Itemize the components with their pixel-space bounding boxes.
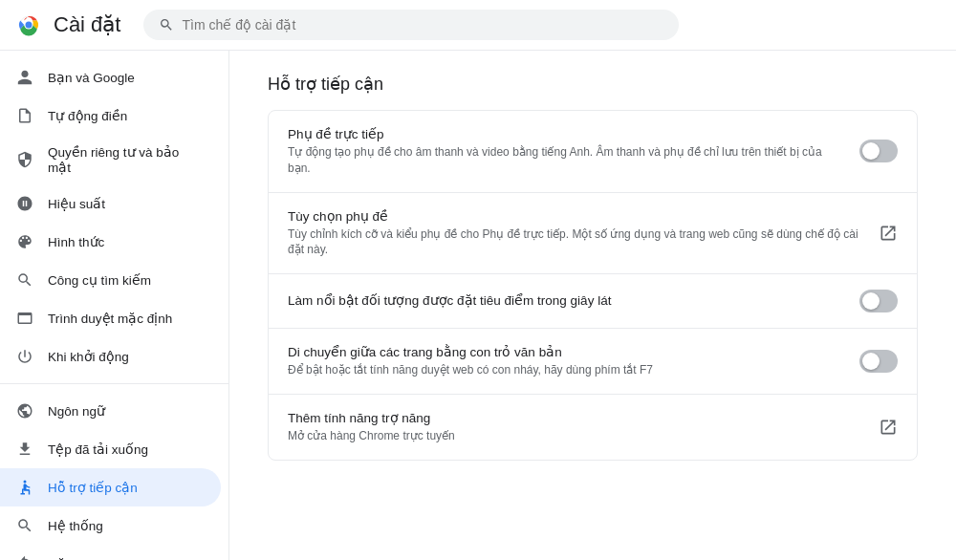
row-desc: Mở cửa hàng Chrome trực tuyến — [288, 428, 863, 444]
sidebar-item-label: Tự động điền — [48, 108, 127, 123]
wrench-icon — [15, 516, 34, 535]
sidebar-item-label: Ngôn ngữ — [48, 403, 105, 419]
settings-row-tuy-chon-phu-de: Tùy chọn phụ đề Tùy chỉnh kích cỡ và kiể… — [269, 193, 917, 275]
sidebar-item-trinh-duyet-mac-dinh[interactable]: Trình duyệt mặc định — [0, 299, 221, 337]
settings-row-di-chuyen: Di chuyển giữa các trang bằng con trỏ vă… — [269, 329, 917, 395]
sidebar-item-cong-cu-tim-kiem[interactable]: Công cụ tìm kiếm — [0, 261, 221, 299]
sidebar-item-label: Trình duyệt mặc định — [48, 311, 172, 326]
download-icon — [15, 440, 34, 459]
row-content: Di chuyển giữa các trang bằng con trỏ vă… — [288, 344, 844, 378]
row-title: Làm nổi bật đối tượng được đặt tiêu điểm… — [288, 292, 844, 308]
row-title: Thêm tính năng trợ năng — [288, 410, 863, 425]
search-input[interactable] — [182, 17, 663, 32]
document-icon — [15, 106, 34, 125]
sidebar-item-label: Hỗ trợ tiếp cận — [48, 480, 138, 495]
sidebar-item-quyen-rieng-tu[interactable]: Quyền riêng tư và bảo mật — [0, 135, 221, 184]
sidebar-item-dat-lai-va-don-dep[interactable]: Đặt lại và dọn dẹp — [0, 545, 221, 560]
external-link-icon[interactable] — [879, 418, 898, 437]
globe-icon — [15, 401, 34, 420]
sidebar-item-label: Quyền riêng tư và bảo mật — [48, 144, 206, 175]
row-desc: Để bật hoặc tắt tính năng duyệt web có c… — [288, 362, 844, 378]
search-icon — [15, 270, 34, 290]
top-bar: Cài đặt — [0, 0, 956, 51]
sidebar-item-tep-da-tai-xuong[interactable]: Tệp đã tải xuống — [0, 430, 221, 468]
page-title: Cài đặt — [54, 12, 120, 37]
sidebar-divider-1 — [0, 383, 228, 384]
row-content: Tùy chọn phụ đề Tùy chỉnh kích cỡ và kiể… — [288, 208, 863, 259]
browser-icon — [15, 309, 34, 328]
row-action — [859, 140, 898, 162]
lam-noi-bat-toggle[interactable] — [859, 290, 898, 312]
row-title: Tùy chọn phụ đề — [288, 208, 863, 224]
di-chuyen-toggle[interactable] — [859, 350, 898, 373]
svg-point-3 — [26, 22, 33, 29]
settings-row-them-tinh-nang: Thêm tính năng trợ năng Mở cửa hàng Chro… — [269, 395, 917, 460]
accessibility-icon — [15, 478, 34, 497]
settings-card: Phụ đề trực tiếp Tự động tạo phụ đề cho … — [268, 110, 918, 461]
sidebar-item-label: Hiệu suất — [48, 196, 105, 211]
external-link-icon[interactable] — [879, 224, 898, 243]
row-content: Làm nổi bật đối tượng được đặt tiêu điểm… — [288, 292, 844, 311]
row-action[interactable] — [879, 418, 898, 437]
row-action — [859, 290, 898, 312]
row-content: Phụ đề trực tiếp Tự động tạo phụ đề cho … — [288, 126, 844, 177]
sidebar-item-ho-tro-tiep-can[interactable]: Hỗ trợ tiếp cận — [0, 468, 221, 506]
speedometer-icon — [15, 194, 34, 213]
sidebar-item-label: Hệ thống — [48, 518, 103, 533]
sidebar-item-ngon-ngu[interactable]: Ngôn ngữ — [0, 392, 221, 430]
sidebar-item-tu-dong-dien[interactable]: Tự động điền — [0, 97, 221, 135]
shield-icon — [15, 150, 34, 169]
row-desc: Tự động tạo phụ đề cho âm thanh và video… — [288, 144, 844, 177]
content-area: Hỗ trợ tiếp cận Phụ đề trực tiếp Tự động… — [229, 51, 956, 560]
phu-de-truc-tiep-toggle[interactable] — [859, 140, 898, 162]
main-layout: Bạn và Google Tự động điền Quyền riêng t… — [0, 51, 956, 560]
row-title: Di chuyển giữa các trang bằng con trỏ vă… — [288, 344, 844, 359]
sidebar-item-hieu-suat[interactable]: Hiệu suất — [0, 184, 221, 223]
person-icon — [15, 68, 34, 87]
row-action[interactable] — [879, 224, 898, 243]
settings-row-phu-de-truc-tiep: Phụ đề trực tiếp Tự động tạo phụ đề cho … — [269, 111, 917, 193]
chrome-logo-icon — [15, 11, 42, 38]
sidebar-item-label: Công cụ tìm kiếm — [48, 272, 151, 288]
sidebar-item-label: Tệp đã tải xuống — [48, 442, 148, 457]
reset-icon — [15, 554, 34, 560]
sidebar-item-ban-va-google[interactable]: Bạn và Google — [0, 58, 221, 97]
row-action — [859, 350, 898, 373]
sidebar-item-label: Đặt lại và dọn dẹp — [48, 556, 158, 560]
sidebar-item-hinh-thuc[interactable]: Hình thức — [0, 223, 221, 261]
sidebar-item-khi-khoi-dong[interactable]: Khi khởi động — [0, 337, 221, 376]
sidebar-item-he-thong[interactable]: Hệ thống — [0, 506, 221, 545]
section-title: Hỗ trợ tiếp cận — [268, 74, 918, 95]
sidebar-item-label: Bạn và Google — [48, 70, 135, 85]
sidebar: Bạn và Google Tự động điền Quyền riêng t… — [0, 51, 229, 560]
svg-point-4 — [24, 481, 27, 484]
power-icon — [15, 347, 34, 366]
row-title: Phụ đề trực tiếp — [288, 126, 844, 141]
settings-row-lam-noi-bat: Làm nổi bật đối tượng được đặt tiêu điểm… — [269, 274, 917, 329]
sidebar-item-label: Hình thức — [48, 234, 104, 249]
search-bar — [143, 10, 679, 40]
sidebar-item-label: Khi khởi động — [48, 349, 129, 364]
row-desc: Tùy chỉnh kích cỡ và kiểu phụ đề cho Phụ… — [288, 226, 863, 259]
paint-icon — [15, 232, 34, 251]
row-content: Thêm tính năng trợ năng Mở cửa hàng Chro… — [288, 410, 863, 444]
search-icon — [159, 17, 174, 32]
